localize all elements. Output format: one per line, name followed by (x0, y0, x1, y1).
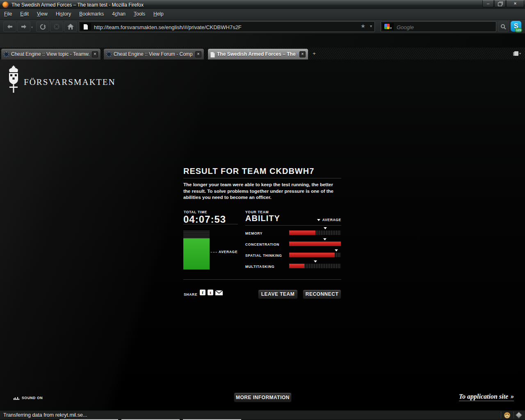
menu-view[interactable]: View (33, 9, 52, 17)
statusbar-separator (501, 412, 501, 418)
facebook-share-icon[interactable]: f (200, 290, 205, 295)
navigation-toolbar: ▾ ★ ▾ ▾ S 123 (0, 20, 525, 34)
ability-label: MULTITASKING (245, 265, 274, 269)
tab-title: Cheat Engine :: View topic - Teamw... (11, 51, 90, 57)
menu-file[interactable]: File (0, 9, 16, 17)
menu-history[interactable]: History (52, 9, 75, 17)
total-time-value: 04:07:53 (183, 214, 226, 225)
ability-row-multitasking: MULTITASKING (245, 264, 341, 269)
average-leader-line (211, 252, 217, 253)
tab-cheat-engine-forum[interactable]: Cheat Engine :: View Forum - Comp... × (103, 48, 204, 59)
forsvarsmakten-logo: FÖRSVARSMAKTEN (6, 66, 116, 93)
window-title: The Swedish Armed Forces – The team test… (11, 2, 144, 8)
ability-row-spatial-thinking: SPATIAL THINKING (245, 253, 341, 258)
window-titlebar: The Swedish Armed Forces – The team test… (0, 0, 525, 9)
ability-bar-track (289, 231, 341, 235)
ability-label: CONCENTRATION (245, 242, 279, 247)
average-line-label: AVERAGE (219, 250, 237, 254)
result-description: The longer your team were able to keep t… (183, 182, 338, 201)
search-go-button[interactable] (498, 21, 509, 32)
close-tab-icon[interactable]: × (299, 51, 306, 57)
email-share-icon[interactable] (215, 290, 223, 295)
ability-bar-fill (289, 242, 341, 246)
divider (183, 178, 341, 178)
cheat-engine-favicon-icon (4, 52, 9, 57)
close-window-button[interactable]: × (506, 0, 524, 7)
menu-bookmarks[interactable]: Bookmarks (75, 9, 108, 17)
home-button[interactable] (64, 21, 77, 32)
close-tab-icon[interactable]: × (92, 51, 98, 57)
ability-label: MEMORY (245, 231, 262, 235)
page-icon (80, 23, 91, 30)
list-tabs-caret-icon: ▾ (519, 52, 521, 55)
tab-cheat-engine-topic[interactable]: Cheat Engine :: View topic - Teamw... × (1, 48, 101, 59)
ability-bar-track (289, 242, 341, 246)
reload-button[interactable] (36, 21, 49, 32)
team-result-bar-fill (183, 238, 210, 269)
ability-bar-track (289, 264, 341, 268)
reconnect-button[interactable]: RECONNECT (303, 290, 341, 299)
team-result-bar-track (183, 231, 210, 269)
average-selector[interactable]: AVERAGE (317, 218, 341, 222)
list-all-tabs-button[interactable]: ▾ (513, 50, 523, 57)
sound-on-label: SOUND ON (22, 396, 43, 400)
average-selector-label: AVERAGE (322, 218, 341, 222)
search-bar[interactable]: ▾ (381, 21, 496, 32)
result-panel: RESULT FOR TEAM CKDBWH7 The longer your … (183, 59, 341, 347)
menu-help[interactable]: Help (149, 9, 168, 17)
menu-4chan[interactable]: 4chan (108, 9, 130, 17)
menu-tools[interactable]: Tools (130, 9, 149, 17)
ability-bar-fill (289, 253, 335, 257)
average-marker-icon (323, 238, 326, 240)
page-title: RESULT FOR TEAM CKDBWH7 (183, 167, 314, 176)
ability-row-concentration: CONCENTRATION (245, 242, 341, 247)
divider (183, 224, 238, 224)
search-input[interactable] (396, 22, 492, 32)
brand-name: FÖRSVARSMAKTEN (24, 77, 116, 87)
url-dropdown-caret-icon[interactable]: ▾ (370, 24, 372, 28)
more-information-button[interactable]: MORE INFORMATION (234, 393, 292, 402)
ability-bar-track (289, 253, 341, 257)
tab-swedish-armed-forces[interactable]: The Swedish Armed Forces – The t... × (208, 48, 308, 59)
stop-button[interactable] (50, 21, 63, 32)
to-application-site-link[interactable]: To application site» (459, 393, 514, 401)
firefox-icon (2, 2, 9, 8)
tab-bar: Cheat Engine :: View topic - Teamw... × … (0, 48, 525, 59)
restore-button[interactable] (494, 0, 506, 7)
url-input[interactable] (93, 22, 357, 32)
greasemonkey-icon[interactable] (504, 412, 511, 419)
forward-button[interactable] (17, 21, 30, 32)
status-text: Transferring data from rekryt.mil.se... (3, 412, 87, 418)
sound-toggle[interactable]: SOUND ON (14, 396, 43, 400)
chrome-background (0, 34, 525, 48)
back-button[interactable] (3, 21, 16, 32)
status-bar: Transferring data from rekryt.mil.se... (0, 410, 525, 419)
chevrons-icon: » (511, 393, 514, 400)
gem-addon-icon[interactable] (516, 412, 523, 419)
back-forward-dropdown-caret-icon[interactable]: ▾ (31, 25, 33, 29)
new-tab-button[interactable]: + (311, 50, 317, 57)
bookmark-star-icon[interactable]: ★ (361, 23, 365, 29)
twitter-share-icon[interactable]: t (208, 290, 213, 295)
skype-icon[interactable]: S 123 (511, 21, 521, 32)
cheat-engine-favicon-icon (106, 52, 112, 57)
average-marker-icon (324, 227, 327, 229)
close-tab-icon[interactable]: × (195, 51, 201, 57)
average-marker-icon (335, 249, 338, 251)
leave-team-button[interactable]: LEAVE TEAM (258, 290, 298, 299)
minimize-button[interactable]: – (482, 0, 494, 7)
ability-heading: ABILITY (245, 214, 280, 223)
skype-badge: 123 (515, 28, 522, 32)
divider (245, 225, 341, 226)
list-tabs-icon (514, 51, 518, 56)
page-favicon-icon (210, 52, 215, 57)
menu-edit[interactable]: Edit (16, 9, 33, 17)
chevron-down-icon (317, 219, 320, 221)
tab-title: The Swedish Armed Forces – The t... (217, 51, 297, 57)
restore-icon (498, 2, 502, 6)
to-application-site-label: To application site (459, 393, 508, 400)
url-bar[interactable]: ★ ▾ (79, 21, 375, 32)
statusbar-separator (514, 412, 514, 418)
tab-title: Cheat Engine :: View Forum - Comp... (114, 51, 193, 57)
search-engine-selector[interactable]: ▾ (382, 23, 394, 30)
